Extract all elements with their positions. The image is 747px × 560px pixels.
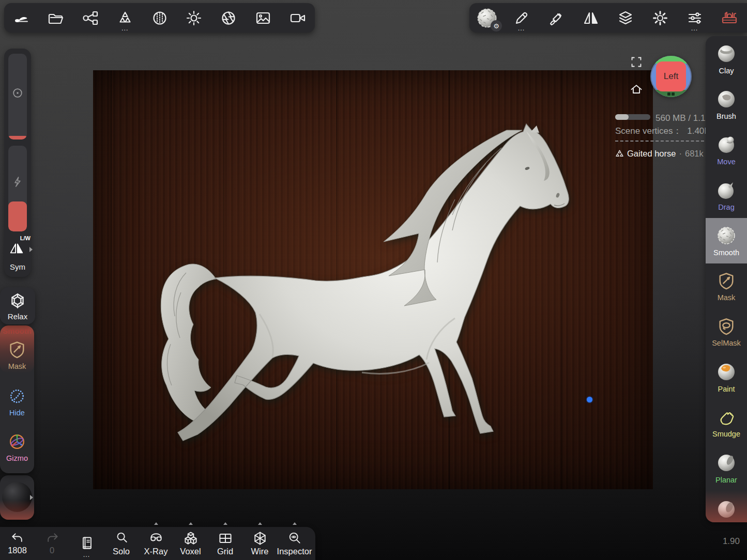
selmask-label: SelMask <box>712 339 741 347</box>
hide-quick-button[interactable]: Hide <box>0 386 34 417</box>
tool-settings-gear-badge[interactable]: ⚙ <box>491 20 502 32</box>
inspector-label: Inspector <box>277 547 312 556</box>
xray-toggle[interactable]: X-Ray <box>139 527 173 560</box>
paint-label: Paint <box>718 385 735 393</box>
symmetry-mode-label: L/W <box>20 235 31 241</box>
object-vertex-count: 681k <box>685 149 704 159</box>
symmetry-triangles-icon <box>8 240 25 256</box>
home-view-icon[interactable] <box>630 83 643 97</box>
gear-icon <box>651 9 669 27</box>
wire-toggle[interactable]: Wire <box>242 527 277 560</box>
intensity-slider-fill <box>8 201 27 231</box>
xray-caret-icon <box>154 522 158 525</box>
smooth-tool-icon <box>716 225 737 246</box>
redo-button[interactable]: 0 <box>35 527 69 560</box>
wire-caret-icon <box>258 522 262 525</box>
zoom-indicator: 1.90 <box>723 536 740 547</box>
symmetry-expand-arrow-icon[interactable] <box>29 247 33 252</box>
paintbrush-tool-button[interactable] <box>539 3 573 33</box>
postprocess-button[interactable] <box>211 3 246 33</box>
wireframe-icon <box>252 531 268 546</box>
move-tool-icon <box>716 134 737 155</box>
xray-label: X-Ray <box>144 547 168 556</box>
settings-button[interactable] <box>643 3 677 33</box>
relax-label: Relax <box>8 312 27 321</box>
tool-drag[interactable]: Drag <box>706 173 747 218</box>
material-button[interactable] <box>142 3 177 33</box>
orientation-ball[interactable]: Left <box>650 56 692 97</box>
tool-move[interactable]: Move <box>706 127 747 173</box>
drag-label: Drag <box>718 203 734 211</box>
planar-label: Planar <box>715 476 737 484</box>
image-icon <box>254 9 272 27</box>
tool-planar[interactable]: Planar <box>706 445 747 491</box>
brush-tool-icon <box>716 89 737 110</box>
voxel-label: Voxel <box>180 547 201 556</box>
wire-label: Wire <box>251 547 269 556</box>
tool-partial-flatten[interactable] <box>706 491 747 522</box>
fullscreen-icon[interactable] <box>630 56 643 68</box>
move-label: Move <box>717 158 735 166</box>
stroke-sliders-button[interactable]: … <box>677 3 712 33</box>
material-expand-arrow-icon[interactable] <box>30 495 33 500</box>
radius-icon <box>10 86 25 100</box>
xray-glasses-icon <box>148 531 164 546</box>
material-sphere-preview[interactable] <box>2 482 32 512</box>
inspector-button[interactable]: Inspector <box>277 527 312 560</box>
active-tool-preview-button[interactable]: ⚙ <box>469 3 504 33</box>
lighting-button[interactable] <box>177 3 211 33</box>
grid-toggle[interactable]: Grid <box>208 527 242 560</box>
notes-button[interactable]: … <box>69 527 104 560</box>
undo-button[interactable]: 1808 <box>0 527 35 560</box>
sculpt-viewport[interactable] <box>93 70 653 489</box>
paint-tool-icon <box>716 362 737 382</box>
orientation-label: Left <box>664 71 678 82</box>
solo-toggle[interactable]: Solo <box>104 527 139 560</box>
notebook-icon <box>79 536 95 551</box>
grid-icon <box>218 531 233 546</box>
radius-slider-fill <box>8 136 27 139</box>
app-window: … <box>0 0 747 560</box>
voxel-button[interactable]: Voxel <box>173 527 208 560</box>
tool-paint[interactable]: Paint <box>706 354 747 400</box>
tool-clay[interactable]: Clay <box>706 36 747 82</box>
gizmo-quick-button[interactable]: Gizmo <box>0 432 34 462</box>
toolbox-button[interactable] <box>712 3 746 33</box>
orientation-front-face[interactable]: Left <box>656 61 686 91</box>
background-image-button[interactable] <box>246 3 280 33</box>
orientation-camera-glyph-icon <box>667 92 675 96</box>
object-name: Gaited horse <box>627 149 676 159</box>
pencil-tool-button[interactable]: … <box>504 3 539 33</box>
top-left-toolbar: … <box>4 3 315 33</box>
relax-tool-button[interactable]: Relax <box>0 287 35 324</box>
tool-mask[interactable]: Mask <box>706 263 747 309</box>
tool-smudge[interactable]: Smudge <box>706 400 747 445</box>
topology-overflow-dots: … <box>121 24 129 32</box>
horse-sculpture <box>93 70 653 489</box>
solo-label: Solo <box>113 547 130 556</box>
grid-label: Grid <box>217 547 233 556</box>
tool-brush[interactable]: Brush <box>706 82 747 127</box>
tool-smooth-selected[interactable]: Smooth <box>706 218 747 263</box>
symmetry-toggle-button[interactable]: L/W Sym <box>4 236 31 273</box>
redo-count: 0 <box>50 546 54 555</box>
selmask-tool-icon <box>716 317 736 336</box>
camera-button[interactable] <box>280 3 315 33</box>
mask-quick-label: Mask <box>8 362 26 370</box>
scene-object-row[interactable]: Gaited horse · 681k <box>615 149 704 159</box>
app-menu-button[interactable] <box>4 3 39 33</box>
topology-button[interactable]: … <box>108 3 142 33</box>
intensity-slider[interactable] <box>8 146 27 231</box>
mask-quick-button[interactable]: Mask <box>0 340 34 370</box>
object-separator: · <box>679 149 682 159</box>
tool-sidebar: Clay Brush Move Drag <box>706 36 747 522</box>
material-preview-panel[interactable] <box>0 475 34 520</box>
files-button[interactable] <box>39 3 73 33</box>
video-camera-icon <box>289 9 307 27</box>
tool-selmask[interactable]: SelMask <box>706 309 747 354</box>
radius-slider[interactable] <box>8 54 27 139</box>
scene-graph-button[interactable] <box>73 3 108 33</box>
layers-button[interactable] <box>608 3 643 33</box>
left-quick-tools-panel: Smooth Mask Hide Gizmo <box>0 325 34 473</box>
symmetry-button[interactable] <box>573 3 608 33</box>
